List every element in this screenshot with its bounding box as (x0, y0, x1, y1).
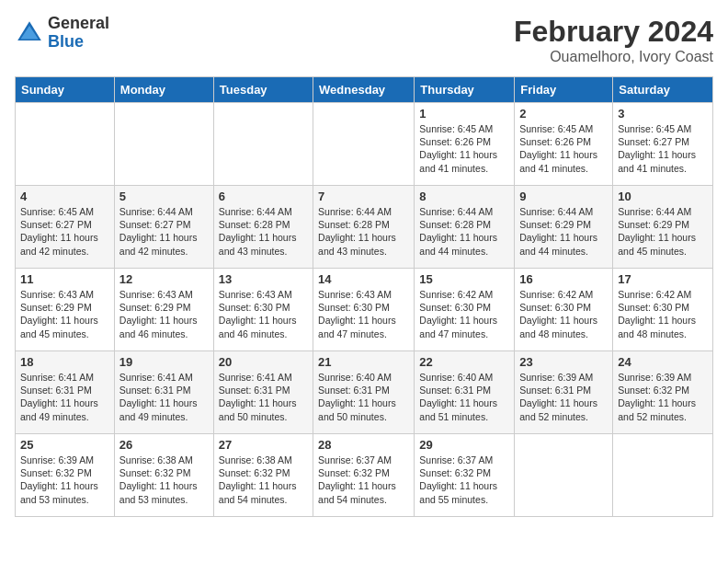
daylight-info: Daylight: 11 hours and 45 minutes. (618, 232, 696, 256)
sunset-time: Sunset: 6:27 PM (20, 219, 92, 230)
calendar-cell: 24Sunrise: 6:39 AMSunset: 6:32 PMDayligh… (613, 351, 713, 434)
daylight-info: Daylight: 11 hours and 46 minutes. (119, 315, 198, 339)
week-row-1: 1Sunrise: 6:45 AMSunset: 6:26 PMDaylight… (16, 103, 713, 186)
calendar-cell: 27Sunrise: 6:38 AMSunset: 6:32 PMDayligh… (213, 434, 313, 517)
header-tuesday: Tuesday (213, 77, 313, 103)
day-number: 1 (419, 107, 509, 121)
daylight-info: Daylight: 11 hours and 46 minutes. (219, 315, 297, 339)
sunrise-time: Sunrise: 6:39 AM (20, 454, 94, 465)
header-sunday: Sunday (16, 77, 115, 103)
day-info: Sunrise: 6:44 AMSunset: 6:27 PMDaylight:… (119, 205, 209, 258)
sunset-time: Sunset: 6:31 PM (519, 385, 591, 396)
calendar-cell: 18Sunrise: 6:41 AMSunset: 6:31 PMDayligh… (16, 351, 115, 434)
daylight-info: Daylight: 11 hours and 48 minutes. (618, 315, 696, 339)
day-info: Sunrise: 6:40 AMSunset: 6:31 PMDaylight:… (419, 371, 509, 423)
calendar-cell: 3Sunrise: 6:45 AMSunset: 6:27 PMDaylight… (613, 103, 713, 186)
sunset-time: Sunset: 6:31 PM (219, 385, 290, 396)
daylight-info: Daylight: 11 hours and 50 minutes. (318, 397, 396, 421)
sunset-time: Sunset: 6:29 PM (618, 219, 689, 230)
sunrise-time: Sunrise: 6:44 AM (318, 206, 392, 217)
calendar-subtitle: Ouamelhoro, Ivory Coast (514, 49, 713, 65)
calendar-cell: 1Sunrise: 6:45 AMSunset: 6:26 PMDaylight… (415, 103, 515, 186)
calendar-cell: 11Sunrise: 6:43 AMSunset: 6:29 PMDayligh… (16, 269, 115, 351)
sunrise-time: Sunrise: 6:42 AM (519, 289, 593, 300)
sunrise-time: Sunrise: 6:43 AM (119, 289, 193, 300)
calendar-cell (16, 103, 115, 186)
sunset-time: Sunset: 6:30 PM (519, 302, 591, 313)
calendar-cell: 4Sunrise: 6:45 AMSunset: 6:27 PMDaylight… (16, 186, 115, 269)
sunset-time: Sunset: 6:31 PM (318, 385, 390, 396)
day-number: 26 (119, 438, 209, 452)
sunset-time: Sunset: 6:27 PM (119, 219, 191, 230)
sunrise-time: Sunrise: 6:45 AM (20, 206, 94, 217)
day-info: Sunrise: 6:43 AMSunset: 6:30 PMDaylight:… (219, 288, 308, 340)
day-info: Sunrise: 6:41 AMSunset: 6:31 PMDaylight:… (219, 371, 308, 423)
sunset-time: Sunset: 6:30 PM (618, 302, 689, 313)
sunset-time: Sunset: 6:30 PM (318, 302, 390, 313)
sunset-time: Sunset: 6:27 PM (618, 136, 689, 147)
daylight-info: Daylight: 11 hours and 54 minutes. (219, 480, 297, 504)
daylight-info: Daylight: 11 hours and 50 minutes. (219, 397, 297, 421)
calendar-table: SundayMondayTuesdayWednesdayThursdayFrid… (15, 76, 713, 517)
sunset-time: Sunset: 6:29 PM (20, 302, 92, 313)
calendar-cell: 12Sunrise: 6:43 AMSunset: 6:29 PMDayligh… (114, 269, 213, 351)
daylight-info: Daylight: 11 hours and 44 minutes. (519, 232, 597, 256)
day-info: Sunrise: 6:41 AMSunset: 6:31 PMDaylight:… (119, 371, 209, 423)
sunset-time: Sunset: 6:31 PM (20, 385, 92, 396)
sunset-time: Sunset: 6:32 PM (219, 467, 290, 478)
daylight-info: Daylight: 11 hours and 53 minutes. (20, 480, 98, 504)
day-number: 4 (20, 190, 109, 203)
day-number: 19 (119, 355, 209, 369)
daylight-info: Daylight: 11 hours and 42 minutes. (20, 232, 98, 256)
day-number: 7 (318, 190, 409, 203)
calendar-cell: 22Sunrise: 6:40 AMSunset: 6:31 PMDayligh… (415, 351, 515, 434)
daylight-info: Daylight: 11 hours and 49 minutes. (119, 397, 198, 421)
calendar-cell: 28Sunrise: 6:37 AMSunset: 6:32 PMDayligh… (313, 434, 415, 517)
day-info: Sunrise: 6:45 AMSunset: 6:27 PMDaylight:… (618, 122, 708, 175)
day-info: Sunrise: 6:44 AMSunset: 6:29 PMDaylight:… (519, 205, 608, 258)
day-info: Sunrise: 6:41 AMSunset: 6:31 PMDaylight:… (20, 371, 109, 423)
sunset-time: Sunset: 6:28 PM (419, 219, 491, 230)
calendar-cell: 6Sunrise: 6:44 AMSunset: 6:28 PMDaylight… (213, 186, 313, 269)
daylight-info: Daylight: 11 hours and 41 minutes. (419, 149, 497, 173)
day-info: Sunrise: 6:43 AMSunset: 6:30 PMDaylight:… (318, 288, 409, 340)
day-number: 16 (519, 272, 608, 286)
daylight-info: Daylight: 11 hours and 43 minutes. (318, 232, 396, 256)
calendar-cell: 16Sunrise: 6:42 AMSunset: 6:30 PMDayligh… (515, 269, 613, 351)
sunrise-time: Sunrise: 6:39 AM (618, 372, 691, 383)
day-info: Sunrise: 6:38 AMSunset: 6:32 PMDaylight:… (219, 454, 308, 506)
day-number: 13 (219, 272, 308, 286)
day-number: 8 (419, 190, 509, 203)
calendar-cell: 2Sunrise: 6:45 AMSunset: 6:26 PMDaylight… (515, 103, 613, 186)
sunrise-time: Sunrise: 6:42 AM (419, 289, 493, 300)
day-number: 12 (119, 272, 209, 286)
logo: General Blue (15, 15, 109, 52)
calendar-cell: 29Sunrise: 6:37 AMSunset: 6:32 PMDayligh… (415, 434, 515, 517)
sunset-time: Sunset: 6:28 PM (318, 219, 390, 230)
day-info: Sunrise: 6:44 AMSunset: 6:28 PMDaylight:… (219, 205, 308, 258)
sunrise-time: Sunrise: 6:40 AM (419, 372, 493, 383)
sunset-time: Sunset: 6:32 PM (419, 467, 491, 478)
sunset-time: Sunset: 6:32 PM (20, 467, 92, 478)
day-info: Sunrise: 6:39 AMSunset: 6:32 PMDaylight:… (618, 371, 708, 423)
sunset-time: Sunset: 6:32 PM (119, 467, 191, 478)
sunrise-time: Sunrise: 6:45 AM (618, 123, 691, 134)
day-number: 18 (20, 355, 109, 369)
day-number: 24 (618, 355, 708, 369)
calendar-cell: 10Sunrise: 6:44 AMSunset: 6:29 PMDayligh… (613, 186, 713, 269)
day-info: Sunrise: 6:45 AMSunset: 6:27 PMDaylight:… (20, 205, 109, 258)
daylight-info: Daylight: 11 hours and 55 minutes. (419, 480, 497, 504)
sunrise-time: Sunrise: 6:40 AM (318, 372, 392, 383)
daylight-info: Daylight: 11 hours and 51 minutes. (419, 397, 497, 421)
day-number: 25 (20, 438, 109, 452)
day-info: Sunrise: 6:44 AMSunset: 6:28 PMDaylight:… (318, 205, 409, 258)
day-info: Sunrise: 6:42 AMSunset: 6:30 PMDaylight:… (519, 288, 608, 340)
calendar-cell: 20Sunrise: 6:41 AMSunset: 6:31 PMDayligh… (213, 351, 313, 434)
sunrise-time: Sunrise: 6:44 AM (618, 206, 691, 217)
calendar-cell: 14Sunrise: 6:43 AMSunset: 6:30 PMDayligh… (313, 269, 415, 351)
sunset-time: Sunset: 6:26 PM (519, 136, 591, 147)
day-info: Sunrise: 6:44 AMSunset: 6:28 PMDaylight:… (419, 205, 509, 258)
sunrise-time: Sunrise: 6:43 AM (318, 289, 392, 300)
day-number: 6 (219, 190, 308, 203)
page-header: General Blue February 2024 Ouamelhoro, I… (15, 15, 713, 65)
